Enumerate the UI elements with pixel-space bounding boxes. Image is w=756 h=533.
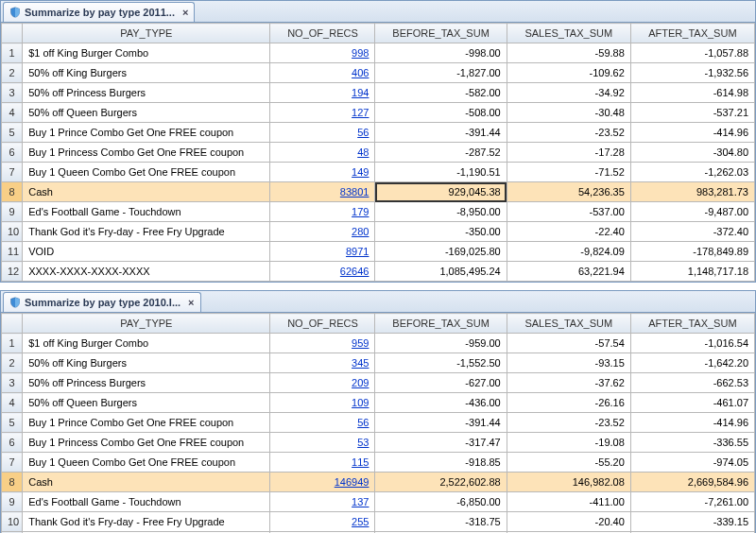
- table-row[interactable]: 7Buy 1 Queen Combo Get One FREE coupon14…: [2, 163, 755, 182]
- cell-pay-type[interactable]: Buy 1 Prince Combo Get One FREE coupon: [23, 123, 270, 143]
- cell-sales-tax-sum[interactable]: -26.16: [507, 393, 630, 413]
- column-header[interactable]: BEFORE_TAX_SUM: [375, 314, 507, 334]
- table-row[interactable]: 7Buy 1 Queen Combo Get One FREE coupon11…: [2, 453, 755, 473]
- cell-pay-type[interactable]: Buy 1 Prince Combo Get One FREE coupon: [23, 413, 270, 433]
- row-number[interactable]: 11: [2, 242, 23, 262]
- cell-pay-type[interactable]: XXXX-XXXX-XXXX-XXXX: [23, 262, 270, 282]
- cell-before-tax-sum[interactable]: 1,085,495.24: [375, 262, 507, 282]
- column-header[interactable]: SALES_TAX_SUM: [507, 24, 630, 43]
- recs-link[interactable]: 959: [352, 337, 369, 349]
- recs-link[interactable]: 56: [357, 417, 369, 428]
- cell-before-tax-sum[interactable]: -436.00: [375, 393, 507, 413]
- cell-before-tax-sum[interactable]: -287.52: [375, 143, 507, 163]
- cell-sales-tax-sum[interactable]: -22.40: [507, 222, 630, 242]
- cell-no-of-recs[interactable]: 345: [270, 353, 375, 373]
- table-row[interactable]: 350% off Princess Burgers209-627.00-37.6…: [2, 373, 755, 393]
- row-number[interactable]: 2: [2, 63, 23, 83]
- cell-no-of-recs[interactable]: 137: [270, 492, 375, 512]
- table-row[interactable]: 5Buy 1 Prince Combo Get One FREE coupon5…: [2, 413, 755, 433]
- cell-sales-tax-sum[interactable]: -19.08: [507, 433, 630, 453]
- row-number[interactable]: 12: [2, 262, 23, 282]
- recs-link[interactable]: 127: [352, 107, 369, 118]
- recs-link[interactable]: 109: [352, 397, 369, 408]
- cell-before-tax-sum[interactable]: -508.00: [375, 103, 507, 123]
- cell-after-tax-sum[interactable]: 2,669,584.96: [630, 473, 754, 492]
- row-number[interactable]: 9: [2, 492, 23, 512]
- table-row[interactable]: 450% off Queen Burgers127-508.00-30.48-5…: [2, 103, 755, 123]
- cell-pay-type[interactable]: Buy 1 Princess Combo Get One FREE coupon: [23, 433, 270, 453]
- table-row[interactable]: 250% off King Burgers345-1,552.50-93.15-…: [2, 353, 755, 373]
- cell-after-tax-sum[interactable]: -1,642.20: [630, 353, 754, 373]
- cell-after-tax-sum[interactable]: -461.07: [630, 393, 754, 413]
- cell-no-of-recs[interactable]: 179: [270, 202, 375, 222]
- cell-pay-type[interactable]: Cash: [23, 473, 270, 492]
- cell-before-tax-sum[interactable]: -6,850.00: [375, 492, 507, 512]
- recs-link[interactable]: 62646: [340, 266, 369, 277]
- cell-sales-tax-sum[interactable]: -20.40: [507, 512, 630, 532]
- close-icon[interactable]: ×: [182, 7, 188, 18]
- column-header[interactable]: PAY_TYPE: [23, 24, 270, 43]
- cell-before-tax-sum[interactable]: -350.00: [375, 222, 507, 242]
- recs-link[interactable]: 149: [352, 166, 369, 178]
- cell-before-tax-sum[interactable]: -169,025.80: [375, 242, 507, 262]
- recs-link[interactable]: 255: [352, 516, 369, 527]
- recs-link[interactable]: 137: [352, 496, 369, 507]
- cell-after-tax-sum[interactable]: -1,057.88: [630, 43, 754, 63]
- table-row[interactable]: 8Cash83801929,045.3854,236.35983,281.73: [2, 182, 755, 202]
- cell-pay-type[interactable]: 50% off King Burgers: [23, 63, 270, 83]
- row-number[interactable]: 9: [2, 202, 23, 222]
- cell-sales-tax-sum[interactable]: -37.62: [507, 373, 630, 393]
- cell-pay-type[interactable]: Buy 1 Queen Combo Get One FREE coupon: [23, 163, 270, 182]
- row-number[interactable]: 10: [2, 222, 23, 242]
- row-number[interactable]: 1: [2, 334, 23, 353]
- recs-link[interactable]: 998: [352, 47, 369, 59]
- row-number[interactable]: 2: [2, 353, 23, 373]
- cell-pay-type[interactable]: Thank God it's Fry-day - Free Fry Upgrad…: [23, 222, 270, 242]
- data-grid[interactable]: PAY_TYPENO_OF_RECSBEFORE_TAX_SUMSALES_TA…: [1, 313, 755, 533]
- cell-no-of-recs[interactable]: 998: [270, 43, 375, 63]
- data-grid[interactable]: PAY_TYPENO_OF_RECSBEFORE_TAX_SUMSALES_TA…: [1, 23, 755, 282]
- cell-after-tax-sum[interactable]: -1,262.03: [630, 163, 754, 182]
- cell-pay-type[interactable]: VOID: [23, 242, 270, 262]
- table-row[interactable]: 250% off King Burgers406-1,827.00-109.62…: [2, 63, 755, 83]
- cell-no-of-recs[interactable]: 959: [270, 334, 375, 353]
- recs-link[interactable]: 345: [352, 357, 369, 369]
- row-number[interactable]: 3: [2, 83, 23, 103]
- cell-sales-tax-sum[interactable]: -109.62: [507, 63, 630, 83]
- cell-after-tax-sum[interactable]: -339.15: [630, 512, 754, 532]
- table-row[interactable]: 11VOID8971-169,025.80-9,824.09-178,849.8…: [2, 242, 755, 262]
- recs-link[interactable]: 83801: [340, 186, 369, 198]
- cell-no-of-recs[interactable]: 280: [270, 222, 375, 242]
- tab[interactable]: Summarize by pay type 2010.I...×: [3, 292, 201, 312]
- cell-no-of-recs[interactable]: 406: [270, 63, 375, 83]
- recs-link[interactable]: 280: [352, 226, 369, 237]
- recs-link[interactable]: 115: [352, 456, 369, 468]
- cell-no-of-recs[interactable]: 48: [270, 143, 375, 163]
- column-header[interactable]: AFTER_TAX_SUM: [630, 24, 754, 43]
- table-row[interactable]: 1$1 off King Burger Combo959-959.00-57.5…: [2, 334, 755, 353]
- cell-sales-tax-sum[interactable]: -93.15: [507, 353, 630, 373]
- cell-after-tax-sum[interactable]: -9,487.00: [630, 202, 754, 222]
- recs-link[interactable]: 146949: [335, 476, 369, 488]
- cell-after-tax-sum[interactable]: -974.05: [630, 453, 754, 473]
- table-row[interactable]: 6Buy 1 Princess Combo Get One FREE coupo…: [2, 143, 755, 163]
- table-row[interactable]: 450% off Queen Burgers109-436.00-26.16-4…: [2, 393, 755, 413]
- cell-before-tax-sum[interactable]: -582.00: [375, 83, 507, 103]
- cell-pay-type[interactable]: Ed's Football Game - Touchdown: [23, 202, 270, 222]
- cell-pay-type[interactable]: 50% off Princess Burgers: [23, 83, 270, 103]
- cell-after-tax-sum[interactable]: -537.21: [630, 103, 754, 123]
- cell-before-tax-sum[interactable]: -918.85: [375, 453, 507, 473]
- recs-link[interactable]: 56: [357, 127, 369, 138]
- cell-before-tax-sum[interactable]: 2,522,602.88: [375, 473, 507, 492]
- cell-no-of-recs[interactable]: 115: [270, 453, 375, 473]
- cell-before-tax-sum[interactable]: -959.00: [375, 334, 507, 353]
- row-number[interactable]: 10: [2, 512, 23, 532]
- cell-sales-tax-sum[interactable]: -9,824.09: [507, 242, 630, 262]
- row-number[interactable]: 1: [2, 43, 23, 63]
- recs-link[interactable]: 53: [357, 437, 369, 448]
- table-row[interactable]: 1$1 off King Burger Combo998-998.00-59.8…: [2, 43, 755, 63]
- cell-no-of-recs[interactable]: 149: [270, 163, 375, 182]
- cell-before-tax-sum[interactable]: -8,950.00: [375, 202, 507, 222]
- cell-after-tax-sum[interactable]: -414.96: [630, 123, 754, 143]
- cell-sales-tax-sum[interactable]: -537.00: [507, 202, 630, 222]
